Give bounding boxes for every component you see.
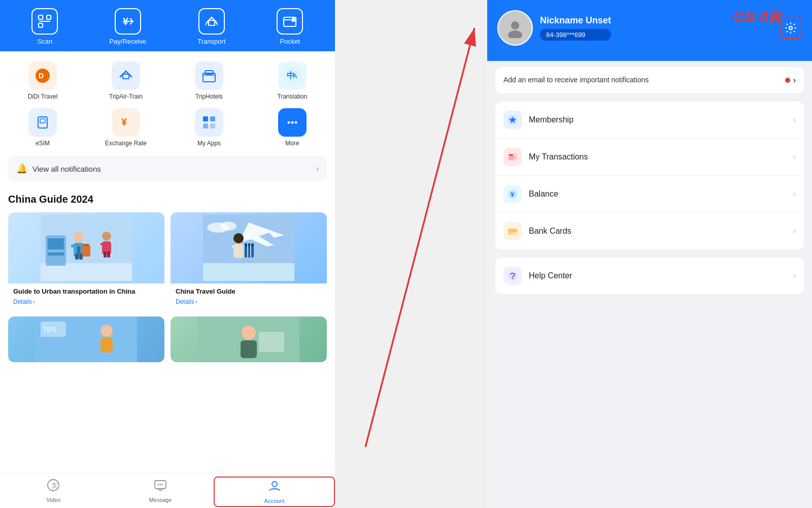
svg-point-79 (272, 482, 277, 487)
profile-header: Nickname Unset 84-398***699 Cài đặt (487, 0, 812, 61)
pay-receive-label: Pay/Receive (109, 38, 146, 45)
svg-rect-43 (82, 245, 90, 257)
guide-card-urban-title: Guide to Urban transportation in China (13, 288, 159, 296)
svg-point-76 (158, 484, 159, 486)
email-notice-chevron: › (793, 76, 796, 85)
service-more[interactable]: More (255, 108, 330, 147)
pocket-icon (277, 8, 303, 35)
guide-cards: Guide to Urban transportation in China D… (8, 212, 327, 310)
pay-receive-button[interactable]: ¥ Pay/Receive (109, 8, 146, 45)
menu-item-membership[interactable]: Membership › (495, 102, 804, 139)
svg-rect-71 (241, 340, 257, 358)
svg-rect-23 (200, 114, 218, 131)
svg-point-82 (511, 21, 519, 29)
myapps-icon (195, 108, 223, 137)
nav-message[interactable]: Message (107, 479, 214, 505)
triphotels-label: TripHotels (195, 93, 223, 100)
scan-label: Scan (38, 38, 53, 45)
guide-card-partial-2[interactable] (171, 316, 327, 362)
guide-card-travel-details[interactable]: Details › (176, 298, 322, 305)
svg-rect-39 (71, 244, 77, 247)
service-didi[interactable]: D DiDi Travel (5, 61, 80, 100)
service-esim[interactable]: eSIM (5, 108, 80, 147)
bank-cards-icon (503, 222, 522, 240)
svg-rect-56 (231, 245, 236, 248)
svg-point-45 (102, 232, 111, 241)
guide-card-partial-1[interactable]: TIPS (8, 316, 164, 362)
menu-item-balance[interactable]: ¥ Balance › (495, 176, 804, 213)
service-tripair[interactable]: TripAir-Train (88, 61, 163, 100)
svg-rect-33 (41, 263, 132, 281)
didi-icon: D (28, 61, 57, 90)
translation-label: Translation (278, 93, 308, 100)
svg-rect-41 (75, 253, 79, 260)
bank-cards-chevron: › (793, 227, 796, 236)
guide-title: China Guide 2024 (8, 194, 327, 205)
spacer (335, 0, 487, 508)
guide-card-travel-title: China Travel Guide (176, 288, 322, 296)
svg-text:¥: ¥ (511, 190, 515, 198)
notifications-bar[interactable]: 🔔 View all notifications › (8, 156, 327, 181)
svg-text:TIPS: TIPS (43, 326, 57, 333)
svg-rect-7 (292, 18, 295, 22)
service-myapps[interactable]: My Apps (172, 108, 247, 147)
svg-rect-24 (203, 116, 208, 121)
scan-button[interactable]: Scan (31, 8, 58, 45)
svg-rect-94 (509, 233, 511, 234)
transport-button[interactable]: Transport (197, 8, 225, 45)
tripair-label: TripAir-Train (109, 93, 143, 100)
phone-badge: 84-398***699 (540, 29, 611, 41)
nav-video[interactable]: 支 Video (0, 479, 107, 505)
email-notice-text: Add an email to receive important notifi… (503, 75, 785, 85)
email-notice[interactable]: Add an email to receive important notifi… (495, 67, 804, 93)
menu-item-bank-cards[interactable]: Bank Cards › (495, 213, 804, 249)
svg-rect-40 (77, 246, 80, 253)
menu-item-transactions[interactable]: My Transactions › (495, 139, 804, 176)
triphotels-icon (195, 61, 223, 90)
left-phone: Scan ¥ Pay/Receive Transport (0, 0, 335, 508)
services-grid: D DiDi Travel TripAir-Train TripHotels 中… (0, 51, 335, 152)
transactions-icon (503, 148, 522, 166)
svg-point-31 (295, 121, 297, 124)
svg-rect-63 (257, 261, 272, 263)
svg-point-70 (242, 326, 256, 340)
menu-item-help[interactable]: Help Center › (495, 258, 804, 294)
svg-rect-5 (209, 20, 215, 25)
help-section: Help Center › (495, 258, 804, 294)
service-triphotels[interactable]: TripHotels (172, 61, 247, 100)
esim-icon (28, 108, 57, 137)
membership-label: Membership (529, 115, 786, 124)
guide-section: China Guide 2024 (0, 185, 335, 473)
balance-label: Balance (529, 189, 786, 199)
service-translation[interactable]: 中A Translation (255, 61, 330, 100)
svg-rect-93 (508, 230, 517, 232)
guide-card-urban[interactable]: Guide to Urban transportation in China D… (8, 212, 164, 310)
balance-chevron: › (793, 189, 796, 199)
pocket-button[interactable]: Pocket (277, 8, 303, 45)
svg-rect-57 (245, 245, 254, 258)
svg-point-84 (789, 26, 792, 29)
membership-chevron: › (793, 115, 796, 124)
settings-button[interactable] (780, 17, 802, 39)
guide-cards-row2: TIPS (8, 316, 327, 362)
svg-text:¥: ¥ (121, 116, 127, 128)
svg-rect-48 (104, 251, 107, 258)
svg-rect-44 (83, 244, 89, 246)
service-exchange[interactable]: ¥ Exchange Rate (88, 108, 163, 147)
myapps-label: My Apps (197, 140, 221, 147)
guide-card-urban-image (8, 212, 164, 283)
svg-point-37 (74, 232, 84, 242)
top-bar: Scan ¥ Pay/Receive Transport (0, 0, 335, 51)
svg-rect-25 (210, 116, 215, 121)
guide-card-urban-details[interactable]: Details › (13, 298, 159, 305)
more-icon (278, 108, 307, 137)
transactions-chevron: › (793, 152, 796, 162)
svg-rect-58 (245, 243, 254, 246)
svg-rect-47 (100, 243, 106, 245)
svg-point-96 (512, 277, 513, 278)
svg-rect-88 (509, 157, 515, 158)
guide-card-travel[interactable]: China Travel Guide Details › (171, 212, 327, 310)
nav-account[interactable]: Account (214, 477, 335, 507)
right-phone: Nickname Unset 84-398***699 Cài đặt Add … (487, 0, 812, 508)
svg-rect-49 (107, 251, 110, 258)
